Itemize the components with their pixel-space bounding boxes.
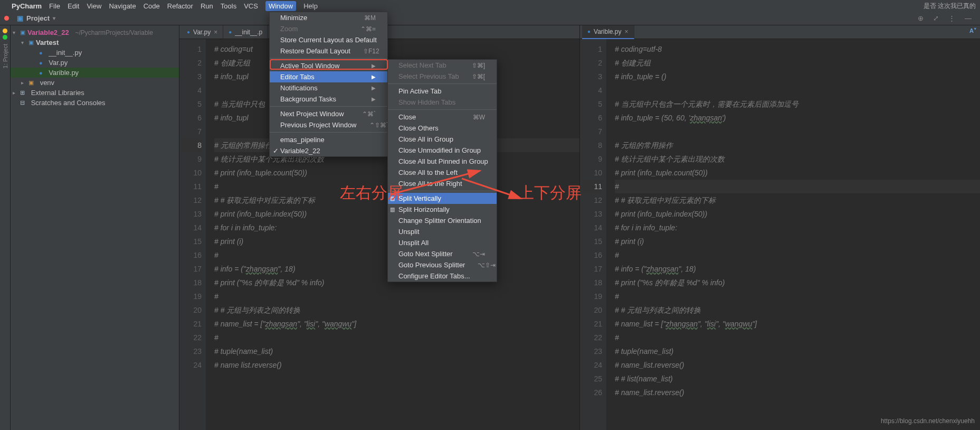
menu-code[interactable]: Code: [144, 2, 160, 10]
watermark: https://blog.csdn.net/chenxiyuehh: [881, 417, 975, 425]
menu-item[interactable]: Select Previous Tab⇧⌘[: [388, 71, 497, 82]
menu-help[interactable]: Help: [303, 2, 318, 10]
tab-label: Var.py: [193, 29, 211, 36]
folder-venv[interactable]: venv: [40, 79, 54, 87]
python-file-icon: ●: [39, 70, 43, 76]
chevron-down-icon[interactable]: ▾: [13, 30, 18, 35]
project-tree[interactable]: ▾ ▣ Variable2_22 ~/PycharmProjects/Varia…: [11, 25, 179, 430]
menu-item[interactable]: Close All in Group: [388, 134, 497, 145]
menu-shortcut: ⌥⇥: [472, 250, 485, 258]
menu-item[interactable]: Active Tool Window▶: [270, 60, 387, 71]
menu-item[interactable]: Background Tasks▶: [270, 94, 387, 105]
tab-init[interactable]: ●__init__.p: [223, 25, 268, 39]
menu-item[interactable]: Configure Editor Tabs...: [388, 270, 497, 282]
menu-item[interactable]: Change Splitter Orientation: [388, 215, 497, 226]
menu-shortcut: ⌃⌘`: [362, 110, 376, 118]
traffic-min-icon[interactable]: [3, 29, 7, 33]
menu-item-label: Goto Next Splitter: [398, 250, 453, 258]
traffic-max-icon[interactable]: [3, 35, 7, 40]
menu-item[interactable]: Zoom⌃⌘=: [270, 23, 387, 34]
menu-refactor[interactable]: Refactor: [167, 2, 193, 10]
scratches[interactable]: Scratches and Consoles: [31, 99, 106, 107]
menu-tools[interactable]: Tools: [221, 2, 236, 10]
menu-item-label: Next Project Window: [280, 110, 344, 118]
tab-var[interactable]: ●Var.py×: [182, 25, 223, 39]
menu-item[interactable]: Notifications▶: [270, 82, 387, 94]
menu-item[interactable]: Previous Project Window⌃⇧⌘`: [270, 119, 387, 130]
scratch-icon: ⊟: [20, 99, 25, 106]
menu-item[interactable]: Minimize⌘M: [270, 12, 387, 23]
menu-item[interactable]: Store Current Layout as Default: [270, 34, 387, 45]
external-libraries[interactable]: External Libraries: [31, 89, 84, 97]
menu-navigate[interactable]: Navigate: [109, 2, 136, 10]
menu-shortcut: ⌥⇧⇥: [478, 261, 496, 269]
menu-item-label: Unsplit: [398, 228, 420, 236]
window-menu-dropdown[interactable]: Minimize⌘MZoom⌃⌘=Store Current Layout as…: [269, 12, 388, 157]
menu-item-label: Change Splitter Orientation: [398, 217, 481, 225]
menu-item[interactable]: Goto Next Splitter⌥⇥: [388, 248, 497, 259]
rail-project-label[interactable]: 1: Project: [2, 44, 8, 68]
menu-shortcut: ⌘M: [364, 14, 376, 22]
menu-item[interactable]: Show Hidden Tabs: [388, 97, 497, 108]
more-icon[interactable]: ⋮: [948, 14, 955, 22]
submenu-arrow-icon: ▶: [372, 96, 376, 102]
menu-item-label: Variable2_22: [280, 147, 320, 155]
collapse-icon[interactable]: ⤢: [933, 14, 939, 22]
python-file-icon: ●: [229, 29, 232, 35]
file-var[interactable]: Var.py: [49, 59, 68, 67]
menu-item[interactable]: Next Project Window⌃⌘`: [270, 108, 387, 119]
menu-item[interactable]: Restore Default Layout⇧F12: [270, 45, 387, 57]
menu-item-label: Store Current Layout as Default: [280, 36, 377, 44]
menu-item-label: Close All in Group: [398, 135, 453, 143]
project-label: Project: [26, 14, 50, 22]
chevron-down-icon[interactable]: ▾: [21, 40, 26, 45]
menu-run[interactable]: Run: [201, 2, 213, 10]
chevron-right-icon[interactable]: ▸: [21, 80, 26, 86]
menu-item[interactable]: Unsplit: [388, 226, 497, 237]
app-name: PyCharm: [12, 2, 42, 10]
menu-item-label: Active Tool Window: [280, 62, 339, 70]
menu-item[interactable]: Close Unmodified in Group: [388, 145, 497, 156]
line-gutter: 123456789101112131415161718192021222324: [179, 39, 206, 430]
close-icon[interactable]: ×: [214, 29, 217, 36]
menu-vcs[interactable]: VCS: [244, 2, 258, 10]
ai-indicator-icon[interactable]: A˅: [969, 27, 977, 34]
code-content[interactable]: # coding=utf-8# 创建元组# info_tuple = () # …: [606, 39, 980, 430]
menu-edit[interactable]: Edit: [68, 2, 79, 10]
menu-view[interactable]: View: [87, 2, 101, 10]
menu-item[interactable]: Editor Tabs▶: [270, 71, 387, 82]
chevron-right-icon[interactable]: ▸: [13, 90, 18, 96]
hide-icon[interactable]: —: [965, 14, 972, 22]
menu-item[interactable]: emas_pipeline: [270, 134, 387, 145]
folder-vartest[interactable]: Vartest: [36, 39, 59, 46]
file-init[interactable]: __init__.py: [49, 49, 82, 57]
menu-file[interactable]: File: [49, 2, 60, 10]
menu-item[interactable]: Pin Active Tab: [388, 86, 497, 97]
project-selector[interactable]: ▣ Project ▾: [11, 14, 62, 22]
code-editor-right[interactable]: 1234567891011121314151617181920212223242…: [580, 39, 980, 430]
menu-item-label: Goto Previous Splitter: [398, 261, 465, 269]
menu-item[interactable]: Goto Previous Splitter⌥⇧⇥: [388, 259, 497, 270]
menu-shortcut: ⇧⌘[: [472, 73, 485, 80]
menu-item[interactable]: Unsplit All: [388, 237, 497, 248]
close-icon[interactable]: ×: [625, 28, 629, 35]
python-file-icon: ●: [587, 29, 591, 34]
traffic-close-icon[interactable]: [4, 16, 9, 21]
menu-item-label: Background Tasks: [280, 95, 336, 103]
menu-window[interactable]: Window: [265, 1, 296, 11]
menu-item[interactable]: Close All but Pinned in Group: [388, 156, 497, 167]
menu-shortcut: ⇧F12: [363, 48, 379, 55]
tab-label: Varible.py: [594, 28, 621, 35]
menu-item-label: Previous Project Window: [280, 121, 357, 129]
file-varible[interactable]: Varible.py: [49, 69, 79, 77]
library-icon: ⊞: [20, 89, 25, 96]
menu-item[interactable]: Close Others: [388, 123, 497, 134]
menu-item[interactable]: Select Next Tab⇧⌘]: [388, 60, 497, 71]
target-icon[interactable]: ⊕: [918, 14, 924, 22]
tab-varible[interactable]: ●Varible.py×: [582, 25, 634, 39]
folder-icon: ▣: [28, 79, 34, 86]
menu-item[interactable]: ✓Variable2_22: [270, 145, 387, 156]
project-root[interactable]: Variable2_22: [27, 29, 69, 36]
menu-item[interactable]: Close⌘W: [388, 111, 497, 123]
menu-item-label: Minimize: [280, 14, 307, 22]
